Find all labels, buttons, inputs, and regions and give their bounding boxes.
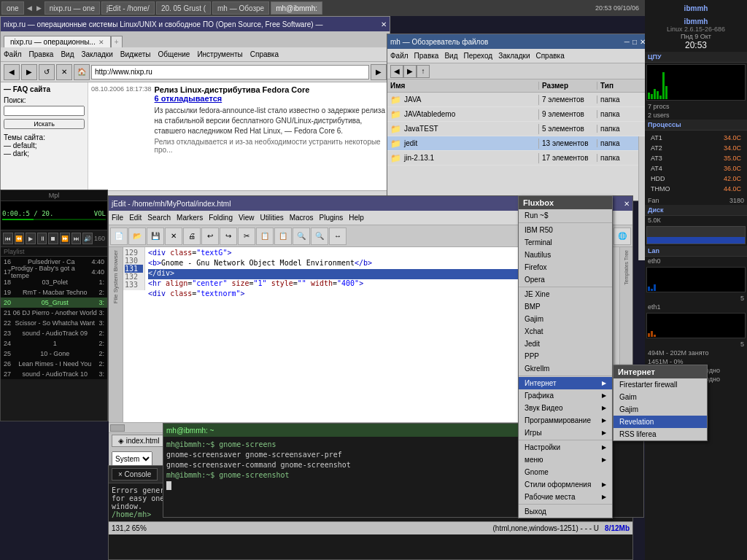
menu-item-gajim[interactable]: Gajim bbox=[519, 313, 612, 325]
browser-menu-view[interactable]: Вид bbox=[61, 50, 74, 58]
menu-item-jedit[interactable]: Jedit bbox=[519, 338, 612, 350]
menu-item-internet[interactable]: Интернет bbox=[519, 377, 612, 389]
sidebar-file-system[interactable]: File System Browser bbox=[112, 250, 119, 303]
menu-item-themes[interactable]: Стили оформления bbox=[519, 478, 612, 491]
browser-close[interactable]: ✕ bbox=[381, 20, 387, 28]
list-item[interactable]: 22Scissor - So Whatcha Want3: bbox=[1, 318, 107, 328]
submenu-item-revelation[interactable]: Revelation bbox=[614, 416, 707, 428]
theme-default[interactable]: — default; bbox=[4, 141, 85, 149]
theme-dark[interactable]: — dark; bbox=[4, 149, 85, 158]
toolbar-paste[interactable]: 📋 bbox=[274, 228, 292, 245]
toolbar-copy[interactable]: 📋 bbox=[256, 228, 274, 245]
submenu-item-gajim[interactable]: Gajim bbox=[614, 403, 707, 416]
browser-go[interactable]: ▶ bbox=[371, 64, 387, 80]
submenu-item-rss[interactable]: RSS liferea bbox=[614, 428, 707, 440]
toolbar-undo[interactable]: ↩ bbox=[201, 228, 219, 245]
fm-maximize[interactable]: □ bbox=[632, 38, 637, 46]
menu-item-gnome[interactable]: Gnome bbox=[519, 466, 612, 478]
list-item[interactable]: 📁JavaTEST 5 элементов папка bbox=[387, 122, 649, 136]
menu-item-multimedia[interactable]: Звук Видео bbox=[519, 402, 612, 414]
menu-item-opera[interactable]: Opera bbox=[519, 273, 612, 286]
fm-menu-view[interactable]: Вид bbox=[444, 52, 457, 60]
console-tab[interactable]: × Console bbox=[112, 468, 158, 481]
list-item[interactable]: 19RmT - Macbar Techno2: bbox=[1, 287, 107, 298]
browser-stop[interactable]: ✕ bbox=[56, 64, 72, 80]
list-item[interactable]: 2510 - Gone2: bbox=[1, 349, 107, 359]
jedit-close[interactable]: ✕ bbox=[624, 200, 630, 208]
toolbar-browse[interactable]: 🌐 bbox=[614, 228, 631, 245]
menu-item-ppp[interactable]: PPP bbox=[519, 350, 612, 362]
toolbar-redo[interactable]: ↪ bbox=[220, 228, 237, 245]
browser-url-bar[interactable] bbox=[91, 65, 369, 79]
list-item[interactable]: 📁jedit 13 элементов папка bbox=[387, 136, 649, 151]
menu-item-terminal[interactable]: Terminal bbox=[519, 236, 612, 249]
browser-back[interactable]: ◀ bbox=[4, 64, 20, 80]
taskbar-arrow-left[interactable]: ◀ bbox=[26, 4, 34, 12]
menu-item-nautilus[interactable]: Nautilus bbox=[519, 249, 612, 261]
jedit-menu-folding[interactable]: Folding bbox=[209, 214, 233, 222]
sidebar-templates[interactable]: Templates Tree bbox=[624, 250, 629, 285]
taskbar-btn-mh[interactable]: mh — Обозре bbox=[212, 1, 269, 15]
browser-home[interactable]: 🏠 bbox=[74, 64, 90, 80]
menu-item-xchat[interactable]: Xchat bbox=[519, 325, 612, 338]
taskbar-btn-nixp[interactable]: nixp.ru — one bbox=[44, 1, 100, 15]
toolbar-save[interactable]: 💾 bbox=[147, 228, 164, 245]
browser-menu-bookmarks[interactable]: Закладки bbox=[81, 50, 112, 58]
list-item[interactable]: 📁JAVAtabledemo 9 элементов папка bbox=[387, 107, 649, 122]
menu-item-firefox[interactable]: Firefox bbox=[519, 261, 612, 273]
taskbar-btn-jedit[interactable]: jEdit - /home/ bbox=[101, 1, 155, 15]
submenu-item-firestarter[interactable]: Firestarter firewall bbox=[614, 378, 707, 391]
player-vol-icon[interactable]: 🔊 bbox=[82, 233, 93, 244]
toolbar-print[interactable]: 🖨 bbox=[183, 228, 201, 245]
player-fwd[interactable]: ⏩ bbox=[60, 233, 70, 244]
browser-tab-close[interactable]: ✕ bbox=[98, 39, 104, 46]
jedit-menu-file[interactable]: File bbox=[112, 214, 123, 222]
fm-menu-edit[interactable]: Правка bbox=[414, 52, 439, 60]
browser-menu-edit[interactable]: Правка bbox=[29, 50, 54, 58]
toolbar-cut[interactable]: ✂ bbox=[238, 228, 255, 245]
fm-menu-help[interactable]: Справка bbox=[535, 52, 564, 60]
menu-item-graphics[interactable]: Графика bbox=[519, 389, 612, 402]
browser-add-tab[interactable]: + bbox=[111, 36, 123, 47]
player-prev[interactable]: ⏮ bbox=[3, 233, 13, 244]
browser-menu-tools[interactable]: Инструменты bbox=[197, 50, 242, 58]
list-item[interactable]: 23sound - AudioTrack 092: bbox=[1, 328, 107, 338]
menu-item-gkrellm[interactable]: Gkrellm bbox=[519, 362, 612, 375]
list-item[interactable]: 2005_Grust3: bbox=[1, 298, 107, 308]
menu-item-ibmr50[interactable]: IBM R50 bbox=[519, 224, 612, 236]
jedit-dropdown[interactable]: System bbox=[112, 451, 152, 466]
jedit-menu-macros[interactable]: Macros bbox=[290, 214, 314, 222]
jedit-tab-active[interactable]: ◈ index.html bbox=[112, 435, 166, 447]
jedit-menu-utilities[interactable]: Utilities bbox=[260, 214, 283, 222]
browser-reload[interactable]: ↺ bbox=[39, 64, 55, 80]
taskbar-btn-grust[interactable]: 20. 05 Grust ( bbox=[156, 1, 211, 15]
list-item[interactable]: 26Lean Rimes - I Need You2: bbox=[1, 359, 107, 369]
browser-menu-community[interactable]: Общение bbox=[158, 50, 190, 58]
jedit-menu-edit[interactable]: Edit bbox=[129, 214, 142, 222]
menu-item-bmp[interactable]: BMP bbox=[519, 300, 612, 313]
player-stop[interactable]: ⏹ bbox=[48, 233, 58, 244]
taskbar-btn-one[interactable]: one bbox=[1, 1, 24, 15]
toolbar-replace[interactable]: ↔ bbox=[329, 228, 347, 245]
browser-tab-active[interactable]: nixp.ru — операционны... ✕ bbox=[4, 36, 111, 47]
browser-menu-file[interactable]: Файл bbox=[4, 50, 22, 58]
taskbar-arrow-right[interactable]: ▶ bbox=[35, 4, 43, 12]
submenu-item-gaim[interactable]: Gaim bbox=[614, 391, 707, 403]
article-subtitle[interactable]: 6 откладывается bbox=[155, 94, 387, 103]
player-next[interactable]: ⏭ bbox=[71, 233, 82, 244]
taskbar-btn-terminal[interactable]: mh@ibmmh: bbox=[271, 1, 322, 15]
list-item[interactable]: 📁jin-2.13.1 17 элементов папка bbox=[387, 151, 649, 166]
search-input[interactable] bbox=[4, 106, 85, 116]
fm-back[interactable]: ◀ bbox=[390, 65, 403, 78]
browser-menu-help[interactable]: Справка bbox=[250, 50, 279, 58]
toolbar-open[interactable]: 📂 bbox=[128, 228, 146, 245]
menu-item-settings[interactable]: Настройки bbox=[519, 441, 612, 454]
menu-item-submenu[interactable]: меню bbox=[519, 454, 612, 466]
hscroll-thumb[interactable] bbox=[110, 424, 125, 432]
menu-item-exit[interactable]: Выход bbox=[519, 505, 612, 518]
search-button[interactable]: Искать bbox=[4, 119, 85, 129]
toolbar-new[interactable]: 📄 bbox=[110, 228, 128, 245]
player-progress-bar[interactable] bbox=[2, 219, 106, 220]
menu-item-xine[interactable]: JE Xine bbox=[519, 288, 612, 300]
list-item[interactable]: 2106 DJ Pierro - Another World3: bbox=[1, 308, 107, 318]
